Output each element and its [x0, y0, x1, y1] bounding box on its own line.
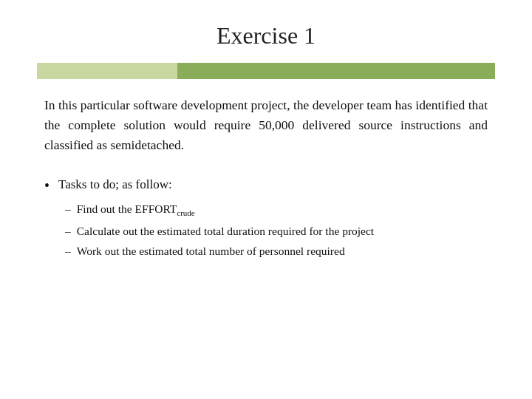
- content-area: In this particular software development …: [37, 95, 495, 259]
- dash-3: –: [65, 245, 71, 258]
- dash-2: –: [65, 225, 71, 238]
- sub-text-1: Find out the EFFORTcrude: [77, 201, 195, 219]
- bullet-item: • Tasks to do; as follow:: [44, 176, 488, 195]
- main-paragraph: In this particular software development …: [44, 95, 488, 155]
- sub-item-effort: – Find out the EFFORTcrude: [65, 201, 488, 219]
- slide: Exercise 1 In this particular software d…: [0, 0, 532, 399]
- sub-text-3: Work out the estimated total number of p…: [77, 243, 345, 259]
- header-bar-left: [37, 63, 177, 79]
- bullet-label: Tasks to do; as follow:: [58, 176, 172, 194]
- sub-items-list: – Find out the EFFORTcrude – Calculate o…: [65, 201, 488, 259]
- bullet-section: • Tasks to do; as follow: – Find out the…: [44, 176, 488, 259]
- header-bar-right: [177, 63, 495, 79]
- sub-text-2: Calculate out the estimated total durati…: [77, 223, 374, 239]
- effort-subscript: crude: [177, 208, 194, 217]
- sub-item-personnel: – Work out the estimated total number of…: [65, 243, 488, 259]
- sub-item-duration: – Calculate out the estimated total dura…: [65, 223, 488, 239]
- header-bar: [37, 63, 495, 79]
- bullet-dot: •: [44, 176, 50, 195]
- slide-title: Exercise 1: [37, 22, 495, 50]
- dash-1: –: [65, 202, 71, 216]
